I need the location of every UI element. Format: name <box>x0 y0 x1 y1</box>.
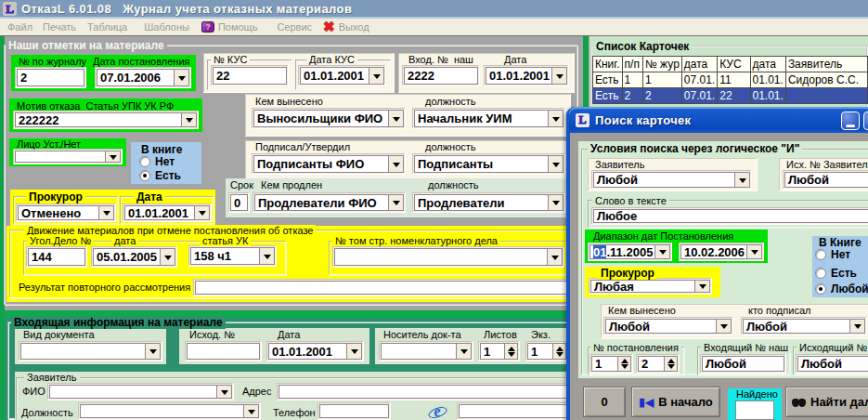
to-start-button[interactable]: ▮◀ В начало <box>631 387 720 417</box>
article-combo[interactable]: 158 ч1 <box>188 245 277 267</box>
dlg-book-yes-radio[interactable]: Есть <box>815 267 857 280</box>
dropdown-arrow-icon[interactable] <box>216 385 232 399</box>
menu-print[interactable]: Печать <box>43 21 76 33</box>
dropdown-arrow-icon[interactable] <box>548 155 564 173</box>
maximize-button[interactable] <box>863 112 868 130</box>
dlg-resolution-spin1[interactable]: 1 <box>589 354 633 374</box>
spinner-arrows-icon[interactable] <box>664 356 678 372</box>
dlg-prosecutor-combo[interactable]: Любая <box>589 278 712 295</box>
spinner-arrows-icon[interactable] <box>552 343 566 360</box>
dlg-issued-combo[interactable]: Любой <box>603 317 733 335</box>
case-no-input[interactable]: 144 <box>26 246 87 268</box>
sheets-spinner[interactable]: 1 <box>478 341 520 361</box>
motive-combo[interactable]: 222222 <box>13 111 199 129</box>
dropdown-arrow-icon[interactable] <box>194 205 210 220</box>
dlg-date-to-combo[interactable]: 10.02.2006 <box>679 243 764 261</box>
phone-input[interactable] <box>317 402 391 420</box>
table-cell[interactable]: 2 <box>622 88 642 104</box>
table-cell[interactable]: Есть <box>593 72 623 88</box>
count-button[interactable]: 0 <box>583 387 626 417</box>
dropdown-arrow-icon[interactable] <box>243 404 259 418</box>
dlg-outgoing-input[interactable]: Любой <box>796 354 868 374</box>
menu-service[interactable]: Сервис <box>277 21 312 33</box>
dropdown-arrow-icon[interactable] <box>388 155 404 173</box>
table-cell[interactable]: 07.01. <box>681 72 717 88</box>
dropdown-arrow-icon[interactable] <box>456 343 472 360</box>
col-book[interactable]: Книг. <box>593 57 623 72</box>
dlg-word-input[interactable]: Любое <box>591 207 868 225</box>
position-combo[interactable] <box>78 402 261 420</box>
dropdown-arrow-icon[interactable] <box>105 151 121 163</box>
table-cell[interactable]: Сидоров С.С. <box>785 72 867 88</box>
fio-combo[interactable] <box>47 383 234 400</box>
dropdown-arrow-icon[interactable] <box>388 110 404 127</box>
table-cell[interactable]: Есть <box>593 88 623 104</box>
signed-position-combo[interactable]: Подписанты <box>412 153 565 175</box>
table-row-selected[interactable]: Есть2 207.01. 2201.01. <box>593 88 868 104</box>
dropdown-arrow-icon[interactable] <box>98 205 114 220</box>
table-cell[interactable]: 2 <box>642 88 681 104</box>
signed-by-combo[interactable]: Подписанты ФИО <box>252 153 406 175</box>
prosecutor-date-combo[interactable]: 01.01.2001 <box>123 203 212 222</box>
in-book-yes-radio[interactable]: Есть <box>139 169 181 182</box>
col-journal[interactable]: № жур <box>642 57 681 72</box>
result-input[interactable] <box>193 279 569 296</box>
menu-help[interactable]: Помощь <box>218 21 258 33</box>
dlg-signed-combo[interactable]: Любой <box>741 317 867 335</box>
resolution-date-combo[interactable]: 07.01.2006 <box>95 67 191 88</box>
prolonged-by-combo[interactable]: Продлеватели ФИО <box>253 192 406 213</box>
doc-type-combo[interactable] <box>19 341 162 361</box>
dropdown-arrow-icon[interactable] <box>388 194 404 211</box>
dlg-incoming-input[interactable]: Любой <box>700 354 786 374</box>
table-cell[interactable]: 11 <box>718 72 750 88</box>
dropdown-arrow-icon[interactable] <box>181 112 197 127</box>
table-cell[interactable]: 01.01. <box>750 72 785 88</box>
col-pp[interactable]: п/п <box>622 57 642 72</box>
dropdown-arrow-icon[interactable] <box>174 69 189 86</box>
dialog-titlebar[interactable]: L Поиск карточек <box>569 107 868 133</box>
dlg-book-any-radio[interactable]: Любой <box>815 282 868 295</box>
dropdown-arrow-icon[interactable] <box>734 172 750 188</box>
dropdown-arrow-icon[interactable] <box>551 67 567 85</box>
address-input[interactable] <box>277 383 573 400</box>
table-cell[interactable]: 07.01. <box>681 88 717 104</box>
incoming-date-combo[interactable]: 01.01.2001 <box>484 65 569 86</box>
issued-by-combo[interactable]: Выносильщики ФИО <box>252 108 406 129</box>
table-cell[interactable]: 1 <box>622 72 642 88</box>
dropdown-arrow-icon[interactable] <box>145 343 161 360</box>
spinner-arrows-icon[interactable] <box>617 356 631 372</box>
incoming-date2-combo[interactable]: 01.01.2001 <box>266 341 364 361</box>
person-combo[interactable] <box>13 149 123 164</box>
col-date2[interactable]: дата <box>750 57 785 72</box>
outgoing-no-input[interactable] <box>185 341 262 361</box>
menu-table[interactable]: Таблица <box>87 21 127 33</box>
table-cell[interactable] <box>785 88 867 104</box>
dropdown-arrow-icon[interactable] <box>346 343 362 360</box>
cards-table[interactable]: Книг. п/п № жур дата КУС дата Заявитель … <box>592 56 868 104</box>
dropdown-arrow-icon[interactable] <box>160 248 175 266</box>
volume-combo[interactable] <box>332 246 564 268</box>
kus-no-input[interactable]: 22 <box>211 65 289 86</box>
dropdown-arrow-icon[interactable] <box>746 244 762 259</box>
spinner-arrows-icon[interactable] <box>504 343 518 360</box>
dlg-applicant-combo[interactable]: Любой <box>591 170 752 190</box>
table-cell[interactable]: 01.01. <box>750 88 785 104</box>
internet-explorer-icon[interactable]: e <box>427 403 447 420</box>
journal-no-input[interactable]: 2 <box>15 67 86 88</box>
prolonged-position-combo[interactable]: Продлеватели <box>412 192 565 213</box>
dropdown-arrow-icon[interactable] <box>548 194 564 211</box>
dropdown-arrow-icon[interactable] <box>547 248 563 266</box>
dlg-book-no-radio[interactable]: Нет <box>815 248 850 261</box>
dlg-date-from-combo[interactable]: 01.11.2005 <box>588 243 672 261</box>
table-cell[interactable]: 22 <box>718 88 750 104</box>
dropdown-arrow-icon[interactable] <box>259 247 275 265</box>
dropdown-arrow-icon[interactable] <box>849 319 865 334</box>
incoming-no-input[interactable]: 2222 <box>402 65 480 86</box>
col-applicant[interactable]: Заявитель <box>785 57 867 72</box>
dropdown-arrow-icon[interactable] <box>369 67 384 85</box>
table-row[interactable]: Есть1 107.01. 1101.01. Сидоров С.С. <box>593 72 868 88</box>
extra-input[interactable] <box>457 402 573 420</box>
issued-position-combo[interactable]: Начальник УИМ <box>412 108 565 129</box>
table-cell[interactable]: 1 <box>642 72 681 88</box>
dropdown-arrow-icon[interactable] <box>716 319 732 334</box>
